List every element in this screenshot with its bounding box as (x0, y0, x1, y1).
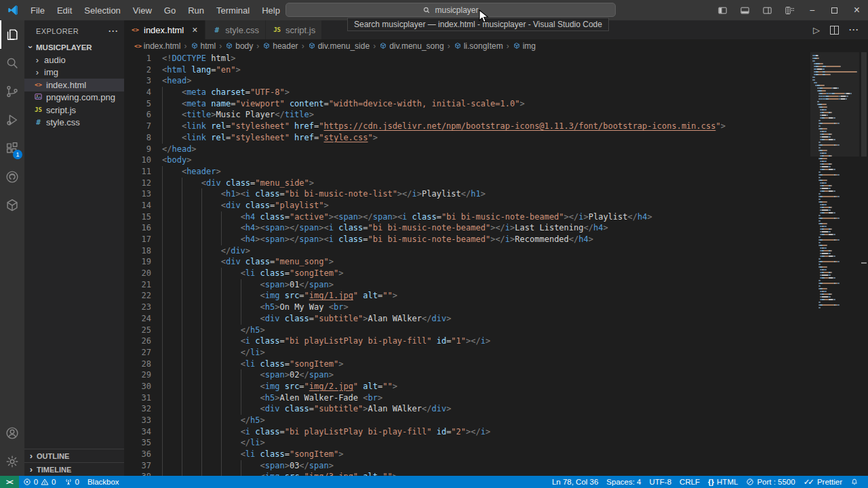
code-line[interactable]: 29 <span>02</span> (124, 369, 810, 381)
code-line[interactable]: 37 <span>03</span> (124, 460, 810, 472)
split-editor-icon[interactable] (830, 26, 839, 35)
close-button[interactable]: × (846, 0, 868, 20)
activity-extension-hexagon[interactable] (0, 191, 24, 220)
menu-run[interactable]: Run (182, 0, 210, 20)
status-eol[interactable]: CRLF (675, 478, 704, 486)
code-line[interactable]: 11 <header> (124, 166, 810, 178)
code-line[interactable]: 34 <i class="bi playListPlay bi-play-fil… (124, 426, 810, 438)
toggle-primary-sidebar-button[interactable] (711, 0, 734, 20)
code-line[interactable]: 3<head> (124, 75, 810, 87)
code-line[interactable]: 14 <div class="playlist"> (124, 200, 810, 211)
code-line[interactable]: 8 <link rel="stylesheet" href="style.css… (124, 132, 810, 144)
code-editor[interactable]: 1<!DOCTYPE html>2<html lang="en">3<head>… (124, 52, 810, 476)
menu-terminal[interactable]: Terminal (210, 0, 256, 20)
code-line[interactable]: 21 <span>01</span> (124, 279, 810, 291)
panel-timeline[interactable]: ›TIMELINE (24, 462, 124, 476)
breadcrumb-item-li.songItem[interactable]: li.songItem (454, 41, 503, 51)
code-line[interactable]: 26 <i class="bi playListPlay bi-play-fil… (124, 336, 810, 347)
code-line[interactable]: 24 <div class="subtitle">Alan WAlker</di… (124, 313, 810, 325)
minimize-button[interactable]: − (801, 0, 823, 20)
file-index.html[interactable]: <>index.html (24, 79, 124, 92)
activity-github[interactable] (0, 163, 24, 191)
code-line[interactable]: 35 </li> (124, 437, 810, 449)
activity-settings-gear[interactable] (0, 447, 24, 476)
toggle-secondary-sidebar-button[interactable] (756, 0, 778, 20)
code-line[interactable]: 22 <img src="img/1.jpg" alt=""> (124, 290, 810, 302)
scrollbar-thumb[interactable] (861, 52, 867, 157)
code-line[interactable]: 1<!DOCTYPE html> (124, 53, 810, 64)
menu-go[interactable]: Go (158, 0, 182, 20)
status-indentation[interactable]: Spaces: 4 (602, 478, 645, 486)
editor-more-actions-icon[interactable]: ··· (849, 25, 859, 35)
activity-run-and-debug[interactable] (0, 106, 24, 134)
activity-explorer[interactable] (0, 20, 24, 49)
remote-indicator[interactable]: >< (0, 476, 19, 488)
file-script.js[interactable]: JSscript.js (24, 104, 124, 117)
tab-style.css[interactable]: #style.css (205, 20, 266, 39)
breadcrumb-item-index.html[interactable]: <>index.html (134, 41, 181, 51)
file-img[interactable]: ›img (24, 66, 124, 79)
folder-root[interactable]: › MUSICPLAYER (24, 41, 124, 54)
ports-indicator[interactable]: 0 (60, 476, 83, 488)
code-line[interactable]: 7 <link rel="stylesheet" href="https://c… (124, 121, 810, 132)
minimap-slider[interactable] (810, 52, 859, 157)
more-actions-icon[interactable]: ··· (108, 26, 119, 36)
scrollbar[interactable] (859, 52, 868, 476)
maximize-button[interactable] (823, 0, 846, 20)
code-line[interactable]: 31 <h5>Alen Walker-Fade <br> (124, 392, 810, 404)
file-pngwing.com.png[interactable]: pngwing.com.png (24, 92, 124, 104)
code-line[interactable]: 6 <title>Music Player</title> (124, 109, 810, 121)
breadcrumb-item-img[interactable]: img (513, 41, 536, 51)
close-icon[interactable]: × (191, 24, 199, 35)
status-language-mode[interactable]: {}HTML (704, 478, 742, 486)
toggle-panel-button[interactable] (734, 0, 756, 20)
breadcrumb-item-html[interactable]: html (191, 41, 216, 51)
menu-file[interactable]: File (24, 0, 51, 20)
code-line[interactable]: 16 <h4><span></span><i class="bi bi-musi… (124, 222, 810, 234)
code-line[interactable]: 5 <meta name="viewport" content="width=d… (124, 98, 810, 110)
status-formatter-prettier[interactable]: ✓✓Prettier (800, 477, 846, 487)
run-button[interactable]: ▷ (813, 25, 820, 35)
menu-help[interactable]: Help (256, 0, 286, 20)
code-line[interactable]: 32 <div class="subtitle">Alan WAlker</di… (124, 403, 810, 415)
code-line[interactable]: 9</head> (124, 144, 810, 155)
customize-layout-button[interactable] (778, 0, 801, 20)
activity-account[interactable] (0, 419, 24, 447)
code-line[interactable]: 4 <meta charset="UTF-8"> (124, 87, 810, 98)
code-line[interactable]: 30 <img src="img/2.jpg" alt=""> (124, 381, 810, 392)
code-line[interactable]: 28 <li class="songItem"> (124, 359, 810, 370)
code-line[interactable]: 36 <li class="songItem"> (124, 449, 810, 460)
menu-selection[interactable]: Selection (78, 0, 126, 20)
code-line[interactable]: 20 <li class="songItem"> (124, 268, 810, 279)
activity-source-control[interactable] (0, 77, 24, 106)
status-encoding[interactable]: UTF-8 (645, 478, 675, 486)
activity-search[interactable] (0, 49, 24, 77)
activity-extensions[interactable]: 1 (0, 134, 24, 163)
breadcrumb-item-div.menu_song[interactable]: div.menu_song (379, 41, 444, 51)
code-line[interactable]: 2<html lang="en"> (124, 64, 810, 76)
code-line[interactable]: 17 <h4><span></span><i class="bi bi-musi… (124, 234, 810, 245)
status-cursor-position[interactable]: Ln 78, Col 36 (548, 478, 602, 486)
code-line[interactable]: 13 <h1><i class="bi bi-music-note-list">… (124, 188, 810, 200)
code-line[interactable]: 15 <h4 class="active"><span></span><i cl… (124, 211, 810, 223)
code-line[interactable]: 19 <div class="menu_song"> (124, 256, 810, 268)
file-audio[interactable]: ›audio (24, 54, 124, 66)
menu-view[interactable]: View (127, 0, 158, 20)
tab-index.html[interactable]: <>index.html× (124, 20, 205, 39)
breadcrumb-item-header[interactable]: header (262, 41, 298, 51)
code-line[interactable]: 10<body> (124, 155, 810, 166)
menu-edit[interactable]: Edit (51, 0, 78, 20)
code-line[interactable]: 12 <div class="menu_side"> (124, 178, 810, 189)
file-style.css[interactable]: #style.css (24, 117, 124, 129)
code-line[interactable]: 27 </li> (124, 347, 810, 359)
code-line[interactable]: 33 </h5> (124, 415, 810, 426)
status-notifications[interactable] (846, 478, 863, 486)
code-line[interactable]: 38 <img src="img/3.jpg" alt=""> (124, 471, 810, 476)
status-live-server-port[interactable]: Port : 5500 (742, 478, 799, 486)
panel-outline[interactable]: ›OUTLINE (24, 449, 124, 462)
code-line[interactable]: 18 </div> (124, 245, 810, 257)
tab-script.js[interactable]: JSscript.js (266, 20, 322, 39)
breadcrumb-item-body[interactable]: body (225, 41, 253, 51)
code-line[interactable]: 23 <h5>On My Way <br> (124, 302, 810, 313)
search-input[interactable]: musicplayer (285, 3, 616, 17)
